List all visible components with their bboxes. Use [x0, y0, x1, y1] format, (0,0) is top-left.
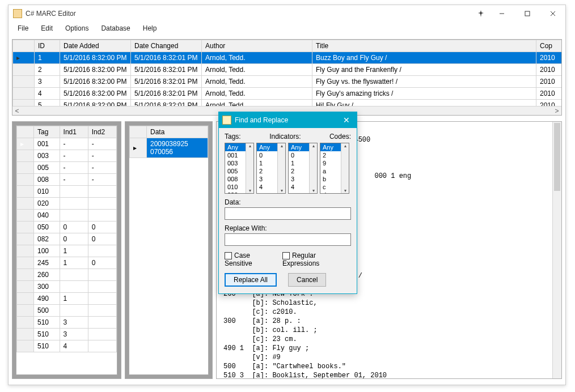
replace-input[interactable]: [225, 233, 351, 246]
tags-panel: TagInd1Ind2▸001--003--005--008--01002004…: [12, 121, 121, 379]
scroll-right-icon[interactable]: >: [552, 107, 561, 115]
ind2-listbox[interactable]: Any01234▴▾: [288, 143, 318, 194]
app-icon: [13, 9, 22, 18]
pin-icon[interactable]: [473, 5, 489, 22]
column-header[interactable]: ID: [35, 40, 60, 52]
table-row[interactable]: 05000: [17, 221, 117, 233]
dialog-title: Find and Replace: [235, 116, 340, 124]
table-row[interactable]: 008--: [17, 174, 117, 186]
table-row[interactable]: 35/1/2016 8:32:00 PM5/1/2016 8:32:01 PMA…: [13, 76, 562, 88]
cancel-button[interactable]: Cancel: [288, 273, 326, 287]
menu-options[interactable]: Options: [60, 23, 94, 34]
table-row[interactable]: 010: [17, 186, 117, 198]
table-row[interactable]: ▸001--: [17, 138, 117, 150]
table-row[interactable]: 25/1/2016 8:32:00 PM5/1/2016 8:32:01 PMA…: [13, 64, 562, 76]
label-indicators: Indicators:: [269, 133, 301, 140]
table-row[interactable]: 45/1/2016 8:32:00 PM5/1/2016 8:32:01 PMA…: [13, 88, 562, 100]
label-codes: Codes:: [329, 133, 351, 140]
label-data: Data:: [225, 198, 351, 206]
scroll-left-icon[interactable]: <: [12, 107, 22, 115]
menu-database[interactable]: Database: [95, 23, 136, 34]
vertical-scrollbar[interactable]: [552, 122, 561, 378]
regex-checkbox[interactable]: Regular Expressions: [282, 252, 351, 267]
menu-file[interactable]: File: [12, 23, 34, 34]
table-row[interactable]: 300: [17, 281, 117, 293]
table-row[interactable]: 5103: [17, 329, 117, 340]
tags-grid[interactable]: TagInd1Ind2▸001--003--005--008--01002004…: [16, 125, 117, 375]
menubar: File Edit Options Database Help: [9, 22, 565, 35]
table-row[interactable]: 4901: [17, 293, 117, 305]
table-row[interactable]: 5103: [17, 317, 117, 329]
table-row[interactable]: 15/1/2016 8:32:00 PM5/1/2016 8:32:01 PMA…: [13, 52, 562, 64]
case-sensitive-checkbox[interactable]: Case Sensitive: [225, 252, 277, 267]
replace-all-button[interactable]: Replace All: [225, 273, 277, 287]
table-row[interactable]: 020: [17, 198, 117, 210]
maximize-button[interactable]: [514, 5, 540, 22]
data-input[interactable]: [225, 207, 351, 220]
table-row[interactable]: 5104: [17, 340, 117, 352]
column-header[interactable]: Date Added: [60, 40, 131, 52]
titlebar[interactable]: C# MARC Editor: [9, 5, 565, 22]
label-replace: Replace With:: [225, 224, 351, 232]
records-grid[interactable]: IDDate AddedDate ChangedAuthorTitleCop15…: [12, 39, 562, 116]
dialog-icon: [222, 116, 231, 125]
close-button[interactable]: [540, 5, 565, 22]
table-row[interactable]: 24510: [17, 257, 117, 269]
table-row[interactable]: 1001: [17, 245, 117, 257]
table-row[interactable]: 005--: [17, 162, 117, 174]
table-row[interactable]: 260: [17, 269, 117, 281]
codes-listbox[interactable]: Any29abcd▴▾: [320, 143, 349, 194]
dialog-titlebar[interactable]: Find and Replace ✕: [219, 112, 357, 128]
menu-help[interactable]: Help: [137, 23, 163, 34]
table-row[interactable]: 500: [17, 305, 117, 317]
window-title: C# MARC Editor: [26, 10, 473, 18]
table-row[interactable]: ▸2009038925 070056: [130, 138, 208, 158]
find-replace-dialog: Find and Replace ✕ Tags: Indicators: Cod…: [218, 112, 357, 294]
menu-edit[interactable]: Edit: [35, 23, 58, 34]
svg-rect-1: [525, 11, 530, 16]
column-header[interactable]: Title: [312, 40, 536, 52]
dialog-close-button[interactable]: ✕: [340, 116, 353, 125]
data-grid[interactable]: Data▸2009038925 070056: [129, 125, 209, 375]
table-row[interactable]: 003--: [17, 150, 117, 162]
data-panel: Data▸2009038925 070056: [125, 121, 213, 379]
minimize-button[interactable]: [489, 5, 514, 22]
table-row[interactable]: 08200: [17, 233, 117, 245]
label-tags: Tags:: [225, 133, 241, 140]
ind1-listbox[interactable]: Any01234▴▾: [256, 143, 286, 194]
column-header[interactable]: Cop: [536, 40, 562, 52]
column-header[interactable]: Author: [202, 40, 312, 52]
column-header[interactable]: Date Changed: [131, 40, 202, 52]
tags-listbox[interactable]: Any001003005008010020▴▾: [225, 143, 254, 194]
table-row[interactable]: 040: [17, 210, 117, 221]
